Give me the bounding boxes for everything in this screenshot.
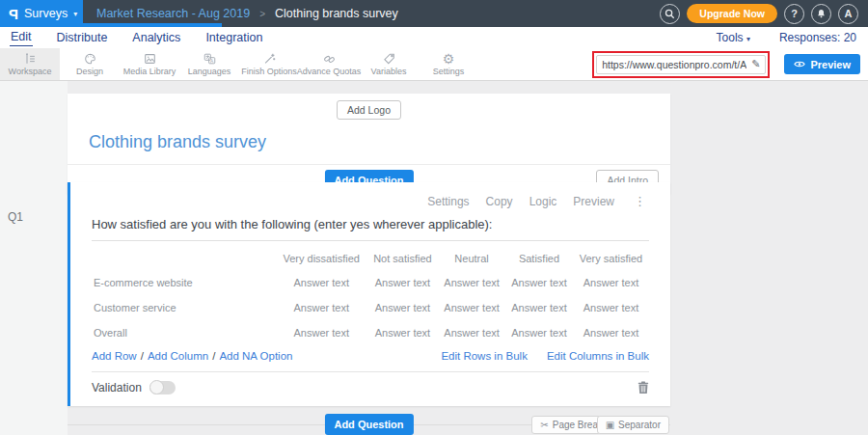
matrix-answer-cell[interactable]: Answer text	[438, 295, 505, 320]
surveys-menu-label: Surveys	[24, 7, 68, 20]
question-copy-link[interactable]: Copy	[486, 195, 513, 208]
survey-title[interactable]: Clothing brands survey	[89, 132, 670, 152]
add-question-button-bottom[interactable]: Add Question	[324, 414, 413, 435]
separator-button[interactable]: ▣ Separator	[597, 416, 669, 434]
edit-url-pencil-icon[interactable]: ✎	[751, 58, 760, 70]
wand-icon	[262, 52, 277, 66]
survey-editor-canvas: Q1 Add Logo Clothing brands survey Add Q…	[0, 81, 868, 435]
edit-rows-in-bulk-link[interactable]: Edit Rows in Bulk	[441, 350, 527, 362]
matrix-answer-cell[interactable]: Answer text	[276, 270, 367, 295]
tab-variables[interactable]: Variables	[359, 48, 419, 80]
validation-toggle[interactable]	[149, 381, 176, 394]
add-column-link[interactable]: Add Column	[148, 350, 208, 362]
matrix-links-row: Add Row / Add Column / Add NA Option Edi…	[92, 350, 649, 362]
matrix-column-header[interactable]: Neutral	[438, 245, 505, 270]
tool-label: Media Library	[123, 67, 176, 76]
eye-icon	[794, 60, 805, 68]
breadcrumb-separator: >	[259, 9, 265, 19]
matrix-answer-cell[interactable]: Answer text	[438, 270, 505, 295]
help-button[interactable]: ?	[784, 4, 804, 24]
matrix-row: OverallAnswer textAnswer textAnswer text…	[92, 320, 649, 345]
url-highlight-annotation: https://www.questionpro.com/t/APNrFZ ✎	[592, 51, 770, 78]
breadcrumb-current: Clothing brands survey	[275, 7, 398, 20]
matrix-answer-cell[interactable]: Answer text	[505, 320, 573, 345]
matrix-answer-cell[interactable]: Answer text	[573, 295, 649, 320]
tab-analytics[interactable]: Analytics	[131, 30, 181, 46]
matrix-answer-cell[interactable]: Answer text	[367, 320, 438, 345]
breadcrumb-folder[interactable]: Market Research - Aug 2019	[96, 7, 250, 20]
matrix-answer-cell[interactable]: Answer text	[438, 320, 505, 345]
question-id: Q1	[8, 210, 23, 224]
tab-design[interactable]: Design	[60, 48, 120, 80]
tool-label: Design	[76, 67, 103, 76]
tab-finish-options[interactable]: Finish Options	[239, 48, 299, 80]
search-icon	[665, 9, 675, 19]
bell-icon	[816, 8, 827, 19]
add-logo-button[interactable]: Add Logo	[337, 100, 401, 120]
upgrade-now-button[interactable]: Upgrade Now	[687, 4, 777, 23]
matrix-table: Very dissatisfiedNot satisfiedNeutralSat…	[92, 245, 649, 345]
matrix-answer-cell[interactable]: Answer text	[276, 320, 367, 345]
tab-advance-quotas[interactable]: Advance Quotas	[299, 48, 359, 80]
tool-label: Variables	[371, 67, 407, 76]
question-actions: Settings Copy Logic Preview ⋮	[92, 182, 649, 208]
surveys-menu[interactable]: P Surveys ▾	[0, 0, 83, 27]
survey-url-text[interactable]: https://www.questionpro.com/t/APNrFZ	[602, 59, 746, 70]
matrix-answer-cell[interactable]: Answer text	[505, 295, 573, 320]
matrix-row-label[interactable]: Customer service	[92, 295, 276, 320]
add-na-option-link[interactable]: Add NA Option	[219, 350, 292, 362]
notifications-button[interactable]	[811, 4, 831, 24]
survey-url-field[interactable]: https://www.questionpro.com/t/APNrFZ ✎	[596, 55, 766, 74]
tool-label: Settings	[433, 67, 465, 76]
question-logic-link[interactable]: Logic	[529, 195, 557, 208]
question-card: Settings Copy Logic Preview ⋮ How satisf…	[68, 182, 670, 406]
matrix-column-header[interactable]: Not satisfied	[367, 245, 438, 270]
matrix-header-row: Very dissatisfiedNot satisfiedNeutralSat…	[92, 245, 649, 270]
matrix-answer-cell[interactable]: Answer text	[573, 270, 649, 295]
account-avatar[interactable]: A	[838, 4, 858, 24]
kebab-menu-icon[interactable]: ⋮	[631, 194, 649, 208]
tab-workspace[interactable]: Workspace	[0, 48, 60, 80]
matrix-answer-cell[interactable]: Answer text	[276, 295, 367, 320]
matrix-row-label[interactable]: E-commerce website	[92, 270, 276, 295]
question-id-rail: Q1	[0, 81, 68, 435]
delete-question-button[interactable]	[637, 381, 649, 394]
tab-settings[interactable]: ⚙ Settings	[419, 48, 478, 80]
responses-count: Responses: 20	[779, 31, 856, 44]
matrix-column-header[interactable]: Very satisfied	[573, 245, 649, 270]
svg-text:A: A	[210, 59, 214, 64]
tab-languages[interactable]: A Languages	[179, 48, 239, 80]
tab-integration[interactable]: Integration	[204, 30, 263, 46]
top-bar: P Surveys ▾ Market Research - Aug 2019 >…	[0, 0, 868, 27]
matrix-column-header[interactable]: Satisfied	[505, 245, 573, 270]
tab-edit[interactable]: Edit	[10, 29, 33, 46]
matrix-answer-cell[interactable]: Answer text	[367, 270, 438, 295]
chain-icon	[322, 52, 337, 66]
validation-label: Validation	[92, 381, 142, 394]
question-settings-link[interactable]: Settings	[427, 195, 469, 208]
edit-columns-in-bulk-link[interactable]: Edit Columns in Bulk	[547, 350, 649, 362]
matrix-answer-cell[interactable]: Answer text	[505, 270, 573, 295]
scissors-icon: ✂	[540, 421, 548, 430]
toggle-knob	[149, 380, 164, 394]
tab-distribute[interactable]: Distribute	[56, 30, 109, 46]
link-separator: /	[212, 350, 215, 362]
section-nav: Edit Distribute Analytics Integration To…	[0, 27, 868, 48]
matrix-row: E-commerce websiteAnswer textAnswer text…	[92, 270, 649, 295]
questionpro-logo-icon: P	[9, 6, 18, 22]
add-row-link[interactable]: Add Row	[92, 350, 137, 362]
question-text[interactable]: How satisfied are you with the following…	[92, 217, 649, 241]
trash-icon	[637, 381, 649, 394]
preview-button[interactable]: Preview	[784, 54, 860, 74]
search-button[interactable]	[660, 4, 680, 24]
gear-icon: ⚙	[443, 52, 455, 66]
tool-label: Workspace	[9, 67, 52, 76]
tab-media-library[interactable]: Media Library	[120, 48, 179, 80]
matrix-answer-cell[interactable]: Answer text	[573, 320, 649, 345]
matrix-column-header[interactable]: Very dissatisfied	[276, 245, 367, 270]
matrix-row-label[interactable]: Overall	[92, 320, 276, 345]
question-preview-link[interactable]: Preview	[573, 195, 614, 208]
matrix-answer-cell[interactable]: Answer text	[367, 295, 438, 320]
tools-dropdown[interactable]: Tools ▾	[717, 31, 750, 44]
tag-icon	[382, 52, 396, 66]
